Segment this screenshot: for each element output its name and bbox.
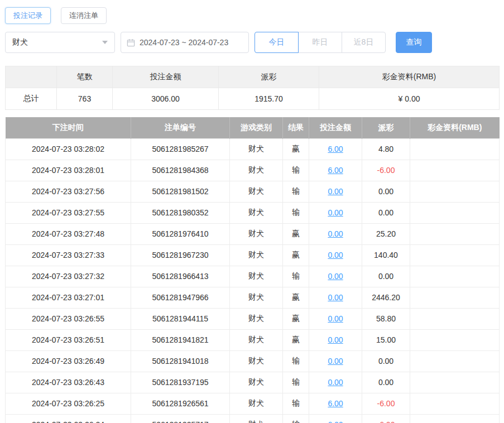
bet-table-row: 2024-07-23 03:27:015061281947966财犬赢0.002… (6, 287, 500, 308)
bet-number-cell: 5061281985267 (131, 138, 230, 160)
header-bonus: 彩金资料(RMB) (410, 117, 500, 138)
bet-amount-link[interactable]: 6.00 (328, 399, 343, 408)
bet-amount-link[interactable]: 6.00 (328, 420, 343, 423)
bet-time-cell: 2024-07-23 03:27:32 (6, 266, 131, 287)
result-cell: 赢 (283, 287, 309, 308)
bet-table-row: 2024-07-23 03:28:015061281984368财犬输6.00-… (6, 160, 500, 181)
tab-bet-records[interactable]: 投注记录 (5, 7, 51, 24)
bet-amount-link[interactable]: 0.00 (328, 251, 343, 259)
bet-time-cell: 2024-07-23 03:27:56 (6, 181, 131, 202)
bet-table-row: 2024-07-23 03:26:555061281944115财犬赢0.005… (6, 308, 500, 329)
game-type-cell: 财犬 (230, 308, 283, 329)
bet-amount-link[interactable]: 6.00 (328, 145, 343, 153)
game-type-cell: 财犬 (230, 202, 283, 223)
payout-cell: -6.00 (362, 393, 410, 414)
bet-time-cell: 2024-07-23 03:27:33 (6, 244, 131, 266)
bet-amount-cell: 0.00 (309, 181, 362, 202)
payout-cell: 0.00 (362, 202, 410, 223)
bet-amount-link[interactable]: 0.00 (328, 293, 343, 302)
bonus-cell (410, 308, 500, 329)
bet-amount-link[interactable]: 0.00 (328, 314, 343, 323)
bonus-cell (410, 266, 500, 287)
result-cell: 赢 (283, 138, 309, 160)
date-range-picker[interactable]: 2024-07-23 ~ 2024-07-23 (121, 32, 249, 53)
bet-table-row: 2024-07-23 03:28:025061281985267财犬赢6.004… (6, 138, 500, 160)
bet-amount-link[interactable]: 6.00 (328, 166, 343, 175)
bet-table-row: 2024-07-23 03:26:255061281926561财犬输6.00-… (6, 393, 500, 414)
bonus-cell (410, 223, 500, 244)
payout-cell: 2446.20 (362, 287, 410, 308)
bonus-cell (410, 138, 500, 160)
bet-amount-link[interactable]: 0.00 (328, 272, 343, 281)
bet-time-cell: 2024-07-23 03:27:55 (6, 202, 131, 223)
summary-header-empty (6, 66, 57, 88)
bet-table-row: 2024-07-23 03:27:325061281966413财犬输0.000… (6, 266, 500, 287)
payout-cell: -6.00 (362, 414, 410, 423)
result-cell: 赢 (283, 329, 309, 350)
payout-cell: 0.00 (362, 181, 410, 202)
bet-time-cell: 2024-07-23 03:26:24 (6, 414, 131, 423)
quick-date-buttons: 今日 昨日 近8日 (255, 32, 386, 53)
payout-cell: 140.40 (362, 244, 410, 266)
bonus-cell (410, 372, 500, 393)
result-cell: 赢 (283, 308, 309, 329)
last-8-days-button[interactable]: 近8日 (342, 32, 386, 53)
game-type-cell: 财犬 (230, 181, 283, 202)
result-cell: 输 (283, 414, 309, 423)
bet-amount-link[interactable]: 0.00 (328, 229, 343, 238)
bet-time-cell: 2024-07-23 03:26:51 (6, 329, 131, 350)
bet-amount-cell: 0.00 (309, 266, 362, 287)
summary-table: 笔数 投注金额 派彩 彩金资料(RMB) 总计 763 3006.00 1915… (5, 66, 500, 110)
bet-amount-link[interactable]: 0.00 (328, 335, 343, 344)
bet-number-cell: 5061281967230 (131, 244, 230, 266)
bet-table-row: 2024-07-23 03:26:245061281925717财犬输6.00-… (6, 414, 500, 423)
query-button[interactable]: 查询 (396, 32, 432, 53)
bet-amount-cell: 0.00 (309, 287, 362, 308)
summary-header-bonus: 彩金资料(RMB) (319, 66, 500, 88)
tab-cancelled-orders[interactable]: 连消注单 (61, 7, 107, 24)
payout-cell: 4.80 (362, 138, 410, 160)
bet-amount-link[interactable]: 0.00 (328, 208, 343, 217)
game-select[interactable]: 财犬 (5, 32, 115, 53)
game-type-cell: 财犬 (230, 287, 283, 308)
bet-number-cell: 5061281984368 (131, 160, 230, 181)
summary-total-row: 总计 763 3006.00 1915.70 ¥ 0.00 (6, 88, 500, 110)
game-type-cell: 财犬 (230, 372, 283, 393)
bet-amount-link[interactable]: 0.00 (328, 378, 343, 387)
bet-amount-link[interactable]: 0.00 (328, 357, 343, 366)
bet-amount-cell: 0.00 (309, 329, 362, 350)
bet-number-cell: 5061281925717 (131, 414, 230, 423)
summary-total-label: 总计 (6, 88, 57, 110)
bet-time-cell: 2024-07-23 03:26:43 (6, 372, 131, 393)
summary-bonus-value: ¥ 0.00 (319, 88, 500, 110)
payout-cell: 25.20 (362, 223, 410, 244)
bet-table-row: 2024-07-23 03:26:435061281937195财犬输0.000… (6, 372, 500, 393)
payout-cell: 0.00 (362, 372, 410, 393)
yesterday-button[interactable]: 昨日 (298, 32, 342, 53)
bet-time-cell: 2024-07-23 03:26:55 (6, 308, 131, 329)
game-type-cell: 财犬 (230, 160, 283, 181)
result-cell: 输 (283, 372, 309, 393)
bet-amount-cell: 6.00 (309, 160, 362, 181)
bet-amount-cell: 0.00 (309, 308, 362, 329)
bet-amount-cell: 0.00 (309, 372, 362, 393)
bet-table-row: 2024-07-23 03:27:555061281980352财犬输0.000… (6, 202, 500, 223)
bet-number-cell: 5061281976410 (131, 223, 230, 244)
game-type-cell: 财犬 (230, 244, 283, 266)
bet-number-cell: 5061281941821 (131, 329, 230, 350)
bet-number-cell: 5061281944115 (131, 308, 230, 329)
today-button[interactable]: 今日 (255, 32, 299, 53)
result-cell: 赢 (283, 244, 309, 266)
bonus-cell (410, 181, 500, 202)
bet-table: 下注时间 注单编号 游戏类别 结果 投注金额 派彩 彩金资料(RMB) 2024… (5, 117, 500, 423)
bonus-cell (410, 244, 500, 266)
bet-number-cell: 5061281981502 (131, 181, 230, 202)
bet-amount-cell: 0.00 (309, 202, 362, 223)
bet-amount-link[interactable]: 0.00 (328, 187, 343, 196)
summary-count-value: 763 (57, 88, 113, 110)
game-type-cell: 财犬 (230, 138, 283, 160)
bet-number-cell: 5061281966413 (131, 266, 230, 287)
bet-number-cell: 5061281947966 (131, 287, 230, 308)
header-result: 结果 (283, 117, 309, 138)
header-bet-time: 下注时间 (6, 117, 131, 138)
